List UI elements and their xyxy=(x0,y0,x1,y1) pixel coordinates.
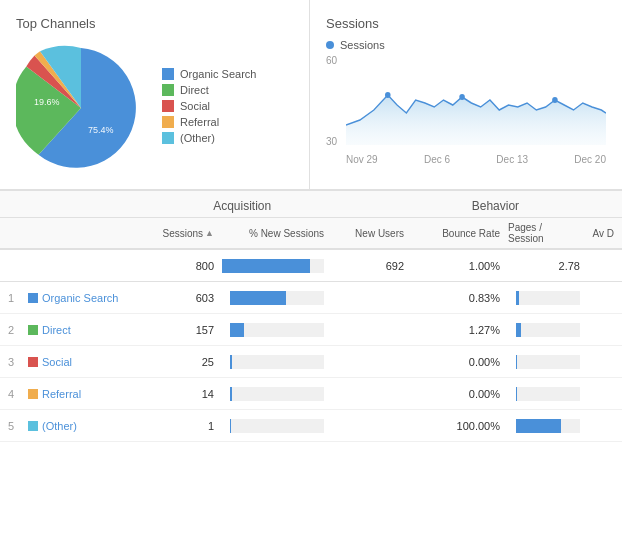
y-label-30: 30 xyxy=(326,136,337,147)
row-pages-bar xyxy=(516,355,517,369)
row-pages-bar xyxy=(516,387,517,401)
data-point-2 xyxy=(459,94,465,100)
row-pages-bar-bg xyxy=(516,291,580,305)
legend-label-direct: Direct xyxy=(180,84,209,96)
row-new-sessions-cell xyxy=(222,323,332,337)
new-sessions-col-label: % New Sessions xyxy=(249,228,324,239)
row-pages-bar-bg xyxy=(516,419,580,433)
column-headers: Sessions ▲ % New Sessions New Users Boun… xyxy=(0,218,622,250)
row-number: 2 xyxy=(8,324,24,336)
x-label-dec13: Dec 13 xyxy=(496,154,528,165)
avg-col-label: Av D xyxy=(593,228,615,239)
row-pages-bar-bg xyxy=(516,323,580,337)
row-pages-cell xyxy=(508,291,588,305)
legend-item-other: (Other) xyxy=(162,132,256,144)
row-new-sessions-cell xyxy=(222,355,332,369)
row-pages-bar xyxy=(516,291,519,305)
row-number: 1 xyxy=(8,292,24,304)
legend-item-social: Social xyxy=(162,100,256,112)
legend-dot-direct xyxy=(162,84,174,96)
row-new-sessions-cell xyxy=(222,387,332,401)
channel-name[interactable]: Social xyxy=(42,356,72,368)
sessions-legend-label: Sessions xyxy=(340,39,385,51)
sort-arrow: ▲ xyxy=(205,228,214,238)
total-pages-session: 2.78 xyxy=(508,260,588,272)
col-new-users-header: New Users xyxy=(332,222,412,244)
legend-item-referral: Referral xyxy=(162,116,256,128)
row-name-4[interactable]: 4 Referral xyxy=(0,388,142,400)
total-new-sessions-cell xyxy=(222,259,332,273)
row-sessions: 603 xyxy=(142,292,222,304)
pages-session-col-label: Pages / Session xyxy=(508,222,580,244)
col-sessions-header[interactable]: Sessions ▲ xyxy=(142,222,222,244)
row-pages-cell xyxy=(508,323,588,337)
bottom-table: Acquisition Behavior Sessions ▲ % New Se… xyxy=(0,190,622,442)
channel-name[interactable]: Organic Search xyxy=(42,292,118,304)
row-new-sessions-bar-bg xyxy=(230,291,324,305)
total-bounce-rate: 1.00% xyxy=(428,260,508,272)
col-new-sessions-header: % New Sessions xyxy=(222,222,332,244)
row-pages-bar-bg xyxy=(516,387,580,401)
table-row: 5 (Other) 1 100.00% xyxy=(0,410,622,442)
x-label-dec20: Dec 20 xyxy=(574,154,606,165)
sessions-legend: Sessions xyxy=(326,39,606,51)
top-channels-panel: Top Channels 75.4% 19.6% xyxy=(0,0,310,189)
legend-dot-referral xyxy=(162,116,174,128)
row-new-sessions-bar-bg xyxy=(230,387,324,401)
row-sessions: 1 xyxy=(142,420,222,432)
row-number: 4 xyxy=(8,388,24,400)
channel-name[interactable]: (Other) xyxy=(42,420,77,432)
legend-label-referral: Referral xyxy=(180,116,219,128)
legend-label-social: Social xyxy=(180,100,210,112)
sessions-svg xyxy=(346,55,606,145)
bounce-rate-col-label: Bounce Rate xyxy=(442,228,500,239)
row-sessions: 157 xyxy=(142,324,222,336)
row-new-sessions-cell xyxy=(222,419,332,433)
total-row: 800 692 1.00% 2.78 xyxy=(0,250,622,282)
row-new-sessions-bar xyxy=(230,291,286,305)
pie-label-196: 19.6% xyxy=(34,97,60,107)
row-bounce-rate: 0.00% xyxy=(428,388,508,400)
row-name-2[interactable]: 2 Direct xyxy=(0,324,142,336)
sessions-panel: Sessions Sessions 60 30 xyxy=(310,0,622,189)
table-row: 3 Social 25 0.00% xyxy=(0,346,622,378)
row-pages-bar-bg xyxy=(516,355,580,369)
channel-color-dot xyxy=(28,293,38,303)
row-new-sessions-bar xyxy=(230,355,232,369)
row-sessions: 25 xyxy=(142,356,222,368)
row-number: 5 xyxy=(8,420,24,432)
y-axis: 60 30 xyxy=(326,55,337,165)
top-channels-title: Top Channels xyxy=(16,16,293,31)
row-name-1[interactable]: 1 Organic Search xyxy=(0,292,142,304)
new-users-col-label: New Users xyxy=(355,228,404,239)
sessions-col-label: Sessions xyxy=(163,228,204,239)
row-new-sessions-bar-bg xyxy=(230,419,324,433)
row-pages-cell xyxy=(508,387,588,401)
col-bounce-header: Bounce Rate xyxy=(428,222,508,244)
y-label-60: 60 xyxy=(326,55,337,66)
table-row: 2 Direct 157 1.27% xyxy=(0,314,622,346)
pie-chart: 75.4% 19.6% xyxy=(16,43,146,173)
x-axis: Nov 29 Dec 6 Dec 13 Dec 20 xyxy=(346,154,606,165)
total-new-sessions-bar-bg xyxy=(222,259,324,273)
row-new-sessions-bar-bg xyxy=(230,323,324,337)
channel-color-dot xyxy=(28,325,38,335)
row-new-sessions-cell xyxy=(222,291,332,305)
row-name-5[interactable]: 5 (Other) xyxy=(0,420,142,432)
row-number: 3 xyxy=(8,356,24,368)
total-new-users: 692 xyxy=(332,260,412,272)
row-bounce-rate: 100.00% xyxy=(428,420,508,432)
channel-name[interactable]: Referral xyxy=(42,388,81,400)
row-pages-cell xyxy=(508,355,588,369)
section-headers: Acquisition Behavior xyxy=(0,190,622,218)
legend-dot-social xyxy=(162,100,174,112)
row-new-sessions-bar xyxy=(230,419,231,433)
row-name-3[interactable]: 3 Social xyxy=(0,356,142,368)
data-point-peak xyxy=(385,92,391,98)
channel-name[interactable]: Direct xyxy=(42,324,71,336)
channel-rows: 1 Organic Search 603 0.83% 2 Direct 157 xyxy=(0,282,622,442)
area-fill xyxy=(346,95,606,145)
behavior-header: Behavior xyxy=(369,199,622,213)
row-new-sessions-bar-bg xyxy=(230,355,324,369)
total-new-sessions-bar xyxy=(222,259,310,273)
